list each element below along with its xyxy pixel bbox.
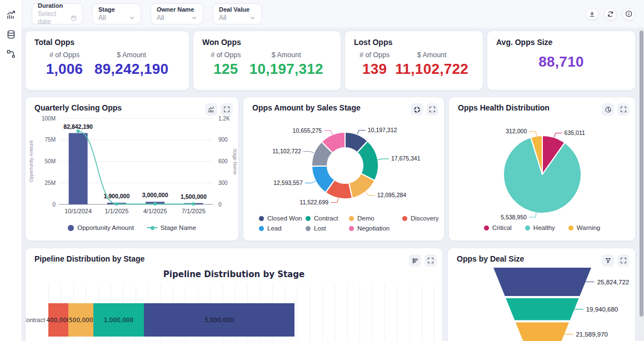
pipeline-plot: 400,000500,0001,000,0003,000,000 <box>48 285 439 341</box>
sidebar-item-data[interactable] <box>5 28 17 41</box>
scrollbar-thumb[interactable] <box>640 31 643 317</box>
owner-name-filter-value: All <box>157 14 164 22</box>
owner-name-filter[interactable]: Owner Name All <box>151 3 203 24</box>
dashboard: Total Opps # of Opps 1,006 $ Amount 89,2… <box>25 31 636 341</box>
svg-text:82,842,190: 82,842,190 <box>63 123 93 130</box>
legend-item-healthy[interactable]: Healthy <box>525 224 555 231</box>
kpi-title: Lost Opps <box>354 38 474 47</box>
sidebar <box>0 0 22 341</box>
pipeline-segment: 1,000,000 <box>93 303 143 337</box>
duration-filter-value: Select date <box>38 10 67 26</box>
svg-text:25M: 25M <box>45 180 56 186</box>
chevron-down-icon <box>191 15 197 21</box>
topbar-actions <box>586 8 635 21</box>
pie-icon <box>605 106 612 113</box>
analytics-icon <box>6 10 16 20</box>
kpi-metric-value: 10,197,312 <box>249 61 323 78</box>
kpi-metric-value: 1,006 <box>46 61 83 78</box>
legend-item-critical[interactable]: Critical <box>484 224 512 231</box>
svg-text:1.2K: 1.2K <box>218 116 230 122</box>
svg-text:12,095,284: 12,095,284 <box>377 192 407 198</box>
chart-title: Pipeline Distribution by Stage <box>34 254 144 263</box>
download-icon <box>588 11 596 18</box>
svg-text:Stage Name: Stage Name <box>232 148 238 175</box>
stage-filter-label: Stage <box>98 6 135 13</box>
legend-item-lost[interactable]: Lost <box>306 225 349 232</box>
duration-filter[interactable]: Duration Select date <box>32 3 83 24</box>
legend-item-lead[interactable]: Lead <box>259 225 306 232</box>
sidebar-item-analytics[interactable] <box>5 9 17 21</box>
funnel-icon <box>605 257 612 264</box>
stage-filter[interactable]: Stage All <box>92 3 141 24</box>
svg-text:1/1/2025: 1/1/2025 <box>104 208 128 214</box>
health-chart-area: 635,0115,538,950312,000 <box>449 113 636 224</box>
expand-icon <box>427 257 434 264</box>
legend-item-demo[interactable]: Demo <box>349 215 402 222</box>
kpi-title: Won Opps <box>202 38 332 47</box>
svg-text:900: 900 <box>218 137 228 143</box>
kpi-metric-value: 139 <box>360 61 390 78</box>
pipeline-stacked-bar: 400,000500,0001,000,0003,000,000 <box>48 303 294 337</box>
kpi-card-avg-opps-size: Avg. Opps Size 88,710 <box>487 31 636 91</box>
chart-title: Opps Amount by Sales Stage <box>252 103 361 112</box>
kpi-card-lost-opps: Lost Opps # of Opps 139 $ Amount 11,102,… <box>345 31 483 91</box>
svg-text:0: 0 <box>218 202 222 208</box>
kpi-metric-value: 89,242,190 <box>94 61 168 78</box>
kpi-metric-label: # of Opps <box>46 51 83 59</box>
chart-type-button[interactable] <box>409 254 421 267</box>
svg-text:Opportunity Amount: Opportunity Amount <box>28 140 34 182</box>
calendar-icon <box>71 14 77 22</box>
chevron-down-icon <box>249 15 256 21</box>
chart-title: Opps by Deal Size <box>457 254 524 263</box>
svg-text:12,593,557: 12,593,557 <box>273 179 303 186</box>
refresh-button[interactable] <box>604 8 617 21</box>
svg-text:600: 600 <box>218 158 228 164</box>
svg-text:300: 300 <box>218 180 228 186</box>
svg-text:1,500,000: 1,500,000 <box>181 193 207 200</box>
filter-bar: Duration Select date Stage All Owner Nam… <box>32 3 262 24</box>
svg-text:3,000,000: 3,000,000 <box>142 192 168 198</box>
deal-value-filter[interactable]: Deal Value All <box>213 3 262 24</box>
svg-text:25,824,722: 25,824,722 <box>597 279 630 285</box>
chevron-down-icon <box>129 15 135 21</box>
legend-item-stage-name[interactable]: Stage Name <box>147 224 196 231</box>
svg-text:11,522,699: 11,522,699 <box>299 199 328 205</box>
quarterly-chart: 100M1.2K75M90050M60025M30000Opportunity … <box>26 113 239 219</box>
sales-stage-legend: Closed WonContractDemoDiscoveryLeadLostN… <box>259 215 440 232</box>
opps-amount-by-sales-stage-card: Opps Amount by Sales Stage 10,197,31217,… <box>243 97 445 241</box>
kpi-metric-label: # of Opps <box>211 51 241 59</box>
pipeline-segment: 3,000,000 <box>144 303 294 337</box>
pipeline-segment: 500,000 <box>68 303 93 337</box>
svg-text:50M: 50M <box>45 158 56 164</box>
legend-item-warning[interactable]: Warning <box>568 224 600 231</box>
svg-text:75M: 75M <box>45 137 56 143</box>
svg-text:5,538,950: 5,538,950 <box>501 214 527 220</box>
chart-title: Quarterly Closing Opps <box>34 103 122 112</box>
info-button[interactable] <box>622 8 635 21</box>
kpi-metric-value: 88,710 <box>496 53 626 71</box>
opps-health-distribution-card: Opps Health Distribution 635,0115,538,95… <box>448 97 636 241</box>
expand-icon <box>429 106 436 113</box>
scrollbar[interactable] <box>639 28 644 341</box>
kpi-metric-value: 125 <box>211 61 241 78</box>
legend-item-closed-won[interactable]: Closed Won <box>259 215 306 222</box>
pipeline-distribution-card: Pipeline Distribution by Stage Pipeline … <box>25 248 443 341</box>
legend-item-opportunity-amount[interactable]: Opportunity Amount <box>68 224 134 231</box>
download-button[interactable] <box>586 8 598 21</box>
svg-text:10/1/2024: 10/1/2024 <box>64 208 92 214</box>
svg-text:7/1/2025: 7/1/2025 <box>182 208 206 214</box>
owner-name-filter-label: Owner Name <box>157 6 197 13</box>
expand-icon <box>620 257 627 264</box>
legend-item-negotiation[interactable]: Negotiation <box>349 225 402 232</box>
kpi-metric-label: $ Amount <box>94 51 168 59</box>
legend-item-discovery[interactable]: Discovery <box>402 215 440 222</box>
expand-button[interactable] <box>425 254 437 267</box>
kpi-card-won-opps: Won Opps # of Opps 125 $ Amount 10,197,3… <box>193 31 341 91</box>
svg-text:10,197,312: 10,197,312 <box>368 127 397 133</box>
svg-text:100M: 100M <box>42 116 56 122</box>
flow-icon <box>6 49 16 59</box>
quarterly-chart-area: 100M1.2K75M90050M60025M30000Opportunity … <box>26 113 239 222</box>
legend-item-contract[interactable]: Contract <box>306 215 349 222</box>
svg-text:10,655,275: 10,655,275 <box>293 127 322 134</box>
sidebar-item-flows[interactable] <box>5 48 17 60</box>
